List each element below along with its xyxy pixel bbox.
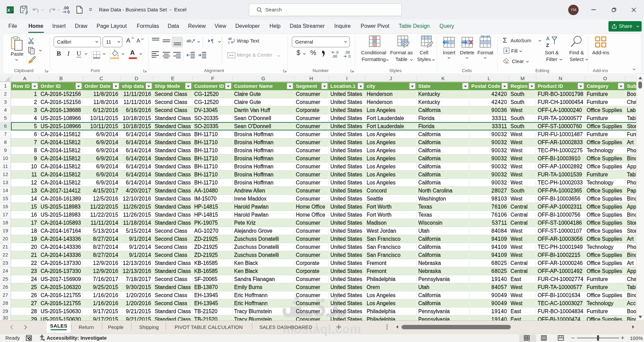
svg-text:A: A <box>546 36 550 41</box>
svg-text:c: c <box>228 41 230 44</box>
svg-text:Z: Z <box>546 42 549 48</box>
svg-text:ab: ab <box>228 37 232 41</box>
svg-text:.0: .0 <box>347 54 351 58</box>
svg-text:¶: ¶ <box>211 38 214 44</box>
svg-text:ab: ab <box>186 38 191 43</box>
svg-text:X: X <box>7 8 10 13</box>
svg-text:.0: .0 <box>335 50 338 54</box>
svg-text:.00: .00 <box>332 54 337 58</box>
svg-text:.00: .00 <box>345 50 350 54</box>
